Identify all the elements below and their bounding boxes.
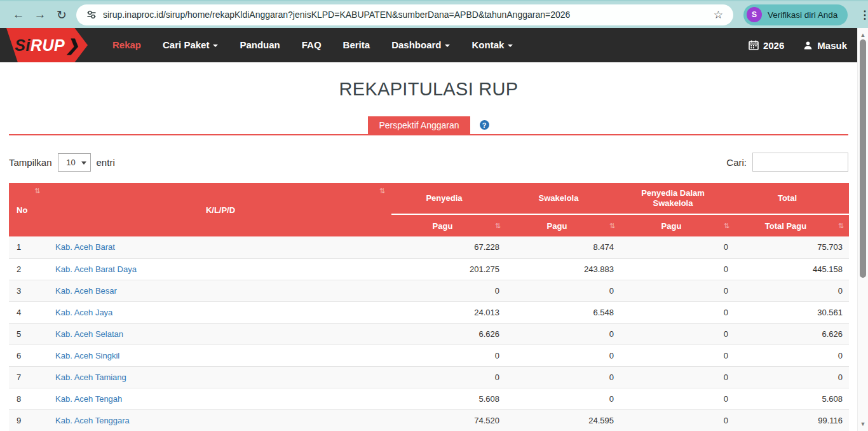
- verify-identity-button[interactable]: S Verifikasi diri Anda: [743, 4, 848, 25]
- penyedia-pagu: 0: [391, 280, 506, 301]
- table-row: 7Kab. Aceh Tamiang0000: [9, 366, 849, 388]
- column-header-pagu-label: Pagu: [547, 221, 567, 231]
- sirup-logo[interactable]: SiRUP❯: [6, 28, 88, 62]
- vertical-scrollbar[interactable]: ▲ ▼: [857, 28, 868, 431]
- column-header-pagu-1[interactable]: Pagu⇅: [506, 214, 620, 236]
- scroll-down-arrow-icon[interactable]: ▼: [858, 420, 868, 428]
- nav-item-kontak[interactable]: Kontak: [461, 28, 524, 62]
- show-label: Tampilkan: [9, 157, 52, 168]
- klpd-cell: Kab. Aceh Tenggara: [50, 409, 391, 431]
- column-group-swakelola: Swakelola: [506, 183, 620, 214]
- browser-menu-button[interactable]: ⋮: [855, 8, 868, 22]
- nav-item-faq[interactable]: FAQ: [291, 28, 332, 62]
- penyedia-pagu: 74.520: [391, 409, 506, 431]
- total-pagu: 0: [735, 345, 849, 366]
- site-settings-icon[interactable]: [86, 10, 97, 20]
- logo-text-rup: RUP: [31, 36, 65, 55]
- klpd-link[interactable]: Kab. Aceh Selatan: [55, 329, 123, 339]
- sort-icon[interactable]: ⇅: [34, 188, 40, 195]
- klpd-link[interactable]: Kab. Aceh Tamiang: [55, 373, 126, 382]
- klpd-cell: Kab. Aceh Barat Daya: [50, 258, 391, 280]
- klpd-link[interactable]: Kab. Aceh Tengah: [55, 394, 122, 404]
- column-group-label: Swakelola: [539, 193, 579, 203]
- penyedia-dalam-swakelola-pagu: 0: [620, 258, 735, 280]
- klpd-cell: Kab. Aceh Barat: [50, 236, 391, 258]
- klpd-link[interactable]: Kab. Aceh Besar: [55, 286, 117, 296]
- user-icon: [803, 41, 813, 50]
- column-header-no[interactable]: ⇅ No: [9, 183, 50, 236]
- klpd-link[interactable]: Kab. Aceh Jaya: [55, 308, 112, 317]
- page-content: REKAPITULASI RUP Perspektif Anggaran ? T…: [0, 78, 857, 431]
- total-pagu: 5.608: [735, 388, 849, 409]
- penyedia-pagu: 0: [391, 366, 506, 388]
- reload-button[interactable]: ↻: [51, 4, 72, 25]
- column-group-label: Penyedia Dalam Swakelola: [641, 188, 705, 208]
- nav-item-panduan[interactable]: Panduan: [229, 28, 290, 62]
- entries-select-value: 10: [66, 158, 75, 167]
- klpd-cell: Kab. Aceh Besar: [50, 280, 391, 301]
- tab-perspektif-anggaran[interactable]: Perspektif Anggaran: [368, 116, 470, 134]
- row-number: 5: [9, 323, 50, 345]
- column-header-pagu-2[interactable]: Pagu⇅: [620, 214, 735, 236]
- klpd-cell: Kab. Aceh Tamiang: [50, 366, 391, 388]
- table-row: 8Kab. Aceh Tengah5.608005.608: [9, 388, 849, 409]
- klpd-link[interactable]: Kab. Aceh Barat: [55, 242, 115, 252]
- nav-item-rekap[interactable]: Rekap: [102, 28, 152, 62]
- help-icon[interactable]: ?: [480, 120, 489, 130]
- column-header-pagu-3[interactable]: Total Pagu⇅: [735, 214, 849, 236]
- penyedia-pagu: 67.228: [391, 236, 506, 258]
- scrollbar-thumb[interactable]: [860, 39, 866, 278]
- table-controls: Tampilkan 10 entri Cari:: [9, 153, 848, 172]
- login-label: Masuk: [817, 40, 847, 51]
- reload-icon: ↻: [57, 8, 67, 22]
- penyedia-dalam-swakelola-pagu: 0: [620, 323, 735, 345]
- row-number: 1: [9, 236, 50, 258]
- penyedia-dalam-swakelola-pagu: 0: [620, 366, 735, 388]
- total-pagu: 75.703: [735, 236, 849, 258]
- swakelola-pagu: 0: [506, 366, 620, 388]
- swakelola-pagu: 0: [506, 388, 620, 409]
- nav-item-berita[interactable]: Berita: [332, 28, 381, 62]
- column-group-total: Total: [735, 183, 849, 214]
- sort-icon[interactable]: ⇅: [609, 222, 615, 229]
- back-icon: ←: [13, 8, 25, 22]
- row-number: 4: [9, 301, 50, 323]
- verify-identity-label: Verifikasi diri Anda: [768, 10, 837, 20]
- sort-icon[interactable]: ⇅: [379, 188, 385, 195]
- klpd-link[interactable]: Kab. Aceh Singkil: [55, 351, 119, 360]
- column-header-klpd[interactable]: ⇅ K/L/P/D: [50, 183, 391, 236]
- entries-select[interactable]: 10: [58, 153, 91, 172]
- nav-item-cari-paket[interactable]: Cari Paket: [152, 28, 229, 62]
- scroll-up-arrow-icon[interactable]: ▲: [858, 31, 868, 39]
- bookmark-star-icon[interactable]: ☆: [711, 8, 726, 22]
- year-label: 2026: [763, 40, 784, 51]
- login-button[interactable]: Masuk: [803, 40, 847, 51]
- swakelola-pagu: 243.883: [506, 258, 620, 280]
- sort-icon[interactable]: ⇅: [838, 222, 844, 229]
- column-group-label: Total: [778, 193, 797, 203]
- search-control: Cari:: [726, 153, 848, 172]
- total-pagu: 0: [735, 280, 849, 301]
- klpd-link[interactable]: Kab. Aceh Barat Daya: [55, 264, 137, 274]
- table-row: 9Kab. Aceh Tenggara74.52024.595099.116: [9, 409, 849, 431]
- chevron-down-icon: [81, 161, 86, 165]
- klpd-link[interactable]: Kab. Aceh Tenggara: [55, 416, 130, 425]
- page-title: REKAPITULASI RUP: [0, 78, 857, 100]
- swakelola-pagu: 8.474: [506, 236, 620, 258]
- address-bar[interactable]: sirup.inaproc.id/sirup/home/rekapKldiAng…: [76, 4, 733, 25]
- penyedia-dalam-swakelola-pagu: 0: [620, 345, 735, 366]
- profile-avatar: S: [747, 7, 762, 22]
- rekap-table: ⇅ No ⇅ K/L/P/D PenyediaSwakelolaPenyedia…: [9, 183, 849, 431]
- nav-item-dashboard[interactable]: Dashboard: [381, 28, 461, 62]
- site-navbar: SiRUP❯ RekapCari PaketPanduanFAQBeritaDa…: [0, 28, 857, 62]
- forward-button[interactable]: →: [29, 4, 51, 25]
- sort-icon[interactable]: ⇅: [495, 222, 501, 229]
- klpd-cell: Kab. Aceh Singkil: [50, 345, 391, 366]
- sort-icon[interactable]: ⇅: [724, 222, 729, 229]
- search-input[interactable]: [752, 153, 848, 172]
- klpd-cell: Kab. Aceh Jaya: [50, 301, 391, 323]
- browser-toolbar: ← → ↻ sirup.inaproc.id/sirup/home/rekapK…: [0, 0, 868, 28]
- column-header-pagu-0[interactable]: Pagu⇅: [391, 214, 506, 236]
- back-button[interactable]: ←: [8, 4, 29, 25]
- year-selector[interactable]: 2026: [749, 40, 784, 51]
